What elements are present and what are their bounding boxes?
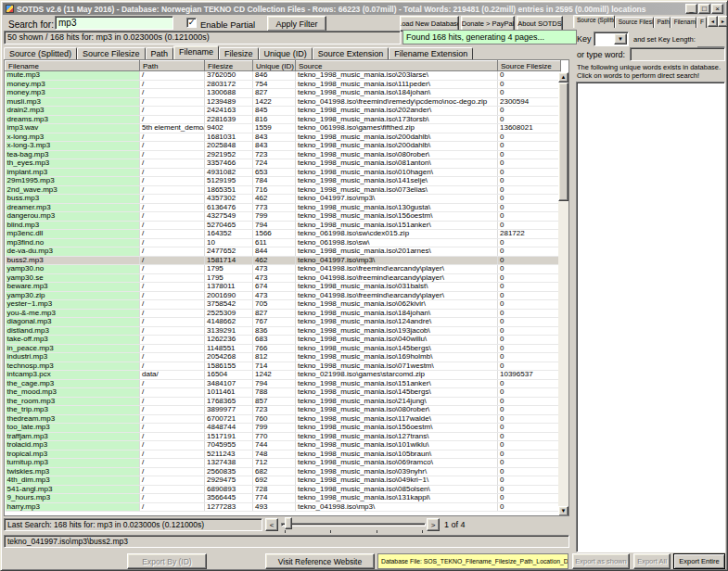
cell-filesize: 3484107 bbox=[205, 379, 253, 388]
table-row[interactable]: mp3find.no/10611tekno_061998.iso\sw\0 bbox=[6, 238, 561, 247]
column-header-path[interactable]: Path bbox=[140, 61, 205, 71]
unique-words-listbox[interactable] bbox=[576, 82, 725, 552]
column-header-filesize[interactable]: Filesize bbox=[205, 61, 253, 71]
table-row[interactable]: in_peace.mp3/1148551766tekno_1998_music_… bbox=[6, 344, 561, 353]
table-row[interactable]: imp3.wav5th element_demo/wav/94021559tek… bbox=[6, 124, 561, 133]
cell-filesize: 6700721 bbox=[205, 414, 253, 424]
table-row[interactable]: intcamp3.pcxdata/165041242tekno_021998.i… bbox=[6, 371, 561, 380]
table-row[interactable]: dangerou.mp3/4327549799tekno_1998_music_… bbox=[6, 212, 561, 222]
table-row[interactable]: yester~1.mp3/3758542705tekno_1998_music_… bbox=[6, 300, 561, 310]
table-row[interactable]: take-off.mp3/1262236683tekno_1998_music_… bbox=[6, 336, 561, 345]
slider-thumb[interactable] bbox=[285, 517, 292, 529]
right-tab-path[interactable]: Path bbox=[654, 17, 671, 28]
table-row[interactable]: turnitup.mp3/1327438712tekno_1998_music_… bbox=[6, 459, 561, 468]
cell-source: tekno_1998_music_mania.iso\131kappi\ bbox=[296, 494, 498, 503]
table-row[interactable]: 4th_dim.mp3/2929475692tekno_1998_music_m… bbox=[6, 476, 561, 486]
selected-path-field[interactable]: tekno_041997.iso\mp3\buss2.mp3 bbox=[4, 535, 569, 548]
tab-source-extension[interactable]: Source Extension bbox=[313, 47, 390, 59]
table-row[interactable]: mp3enc.dll/1643521566tekno_061998.iso\sw… bbox=[6, 230, 561, 239]
scrollbar-thumb[interactable] bbox=[558, 82, 568, 201]
right-tab-source-filesize[interactable]: Source Filesize bbox=[615, 17, 654, 28]
tab-path[interactable]: Path bbox=[146, 47, 174, 59]
tab-unique-id[interactable]: Unique (ID) bbox=[259, 47, 313, 59]
column-header-unique-id[interactable]: Unique (ID) bbox=[253, 61, 296, 71]
table-row[interactable]: musli.mp3/12394891422tekno_041998.iso\fr… bbox=[6, 97, 561, 107]
table-row[interactable]: implant.mp3/4931082653tekno_1998_music_m… bbox=[6, 168, 561, 177]
table-row[interactable]: 541-angl.mp3/6890893728tekno_1998_music_… bbox=[6, 485, 561, 494]
table-row[interactable]: de-va-du.mp3/2477652844tekno_1998_music_… bbox=[6, 247, 561, 257]
table-row[interactable]: tea-bag.mp3/2921952723tekno_1998_music_m… bbox=[6, 150, 561, 159]
minimize-button[interactable]: _ bbox=[685, 4, 697, 14]
table-row[interactable]: too_late.mp3/4848744799tekno_1998_music_… bbox=[6, 424, 561, 433]
tab-filename-extension[interactable]: Filename Extension bbox=[389, 47, 473, 59]
table-row[interactable]: 29m1995.mp3/5129195784tekno_1998_music_m… bbox=[6, 177, 561, 186]
cell-filename: 4th_dim.mp3 bbox=[6, 476, 140, 486]
cell-source-filesize: 0 bbox=[498, 424, 561, 433]
table-row[interactable]: the_room.mp3/1768365857tekno_1998_music_… bbox=[6, 397, 561, 406]
table-row[interactable]: mute.mp3/3762050846tekno_1998_music_mani… bbox=[6, 71, 561, 81]
table-row[interactable]: 9_hours.mp3/3566445774tekno_1998_music_m… bbox=[6, 494, 561, 503]
table-row[interactable]: technosp.mp3/1586155714tekno_1998_music_… bbox=[6, 362, 561, 371]
page-next-button[interactable]: > bbox=[427, 518, 440, 531]
export-entire-button[interactable]: Export Entire bbox=[673, 553, 725, 569]
table-row[interactable]: money.mp3/2803172754tekno_1998_music_man… bbox=[6, 80, 561, 89]
table-row[interactable]: yamp30.se/1795473tekno_041998.iso\freemi… bbox=[6, 273, 561, 283]
table-row[interactable]: buss2.mp3/1581714462tekno_041997.iso\mp3… bbox=[6, 256, 561, 265]
scroll-up-button[interactable]: ▲ bbox=[558, 72, 568, 82]
table-row[interactable]: traffjam.mp3/1517191770tekno_1998_music_… bbox=[6, 432, 561, 441]
table-row[interactable]: th_eyes.mp3/3357466724tekno_1998_music_m… bbox=[6, 159, 561, 169]
table-row[interactable]: the_mood.mp3/1011461788tekno_1998_music_… bbox=[6, 388, 561, 398]
visit-reference-website-button[interactable]: Visit Reference Website bbox=[265, 553, 375, 569]
table-row[interactable]: tropical.mp3/5211243748tekno_1998_music_… bbox=[6, 450, 561, 459]
tab-filesize[interactable]: Filesize bbox=[219, 47, 259, 59]
key-combobox[interactable]: ▼ bbox=[594, 32, 629, 46]
apply-filter-button[interactable]: Apply Filter bbox=[267, 16, 326, 32]
tab-scroll-right-button[interactable]: ► bbox=[718, 16, 728, 27]
column-header-source-filesize[interactable]: Source Filesize bbox=[498, 61, 561, 71]
table-row[interactable]: yamp30.zip/2001690473tekno_041998.iso\fr… bbox=[6, 291, 561, 300]
table-row[interactable]: diagonal.mp3/4148662767tekno_1998_music_… bbox=[6, 318, 561, 327]
right-tab-source-splitted[interactable]: Source (Splitted) bbox=[573, 15, 615, 28]
table-row[interactable]: dreamer.mp3/6136476773tekno_1998_music_m… bbox=[6, 203, 561, 212]
table-row[interactable]: x-long.mp3/1681031843tekno_1998_music_ma… bbox=[6, 133, 561, 142]
table-row[interactable]: you-&-me.mp3/2525309827tekno_1998_music_… bbox=[6, 309, 561, 318]
table-row[interactable]: trolacid.mp3/7045955744tekno_1998_music_… bbox=[6, 441, 561, 450]
table-row[interactable]: industri.mp3/2054268812tekno_1998_music_… bbox=[6, 353, 561, 362]
right-tab-f[interactable]: F bbox=[696, 17, 707, 28]
table-row[interactable]: twiskies.mp3/2560835682tekno_1998_music_… bbox=[6, 467, 561, 476]
table-row[interactable]: distland.mp3/3139291836tekno_1998_music_… bbox=[6, 326, 561, 336]
table-row[interactable]: the_trip.mp3/3899977723tekno_1998_music_… bbox=[6, 406, 561, 415]
tab-scroll-left-button[interactable]: ◄ bbox=[708, 16, 718, 27]
table-row[interactable]: thedream.mp3/6700721760tekno_1998_music_… bbox=[6, 414, 561, 424]
tab-filename[interactable]: Filename bbox=[173, 45, 219, 59]
table-row[interactable]: beware.mp3/1378011674tekno_1998_music_ma… bbox=[6, 283, 561, 292]
table-row[interactable]: harry.mp3/1277283493tekno_041998.iso\mp3… bbox=[6, 502, 561, 512]
table-row[interactable]: money.mp3/1300688827tekno_1998_music_man… bbox=[6, 89, 561, 98]
enable-partial-checkbox[interactable]: ✓ bbox=[186, 18, 197, 28]
right-tab-filename[interactable]: Filename bbox=[671, 17, 696, 28]
cell-path: / bbox=[140, 353, 205, 362]
search-input[interactable]: mp3 bbox=[55, 16, 173, 30]
page-slider[interactable] bbox=[281, 517, 426, 533]
slider-track[interactable] bbox=[281, 523, 426, 527]
table-row[interactable]: x-long-3.mp3/2025848843tekno_1998_music_… bbox=[6, 142, 561, 151]
column-header-filename[interactable]: Filename bbox=[6, 61, 140, 71]
column-header-source[interactable]: Source bbox=[296, 61, 498, 71]
cell-filesize: 3357466 bbox=[205, 159, 253, 169]
page-prev-button[interactable]: < bbox=[265, 518, 278, 531]
cell-path: / bbox=[140, 89, 205, 98]
tab-source-splitted[interactable]: Source (Splitted) bbox=[4, 47, 77, 59]
table-row[interactable]: drain2.mp3/2424163845tekno_1998_music_ma… bbox=[6, 107, 561, 116]
maximize-button[interactable]: □ bbox=[698, 4, 710, 14]
table-row[interactable]: dreams.mp3/2281639816tekno_1998_music_ma… bbox=[6, 115, 561, 124]
close-button[interactable]: × bbox=[711, 4, 723, 14]
table-row[interactable]: buss.mp3/4357302462tekno_041997.iso\mp3\… bbox=[6, 195, 561, 204]
scroll-down-button[interactable]: ▼ bbox=[558, 506, 568, 516]
table-row[interactable]: the_cage.mp3/3484107794tekno_1998_music_… bbox=[6, 379, 561, 388]
tab-source-filesize[interactable]: Source Filesize bbox=[77, 47, 146, 59]
table-row[interactable]: blind.mp3/5270465794tekno_1998_music_man… bbox=[6, 221, 561, 230]
table-row[interactable]: 2nd_wave.mp3/1865351716tekno_1998_music_… bbox=[6, 185, 561, 195]
grid-scrollbar[interactable]: ▲ ▼ bbox=[558, 72, 568, 516]
table-row[interactable]: yamp30.no/1795473tekno_041998.iso\freemi… bbox=[6, 265, 561, 274]
type-word-input[interactable] bbox=[630, 47, 725, 61]
